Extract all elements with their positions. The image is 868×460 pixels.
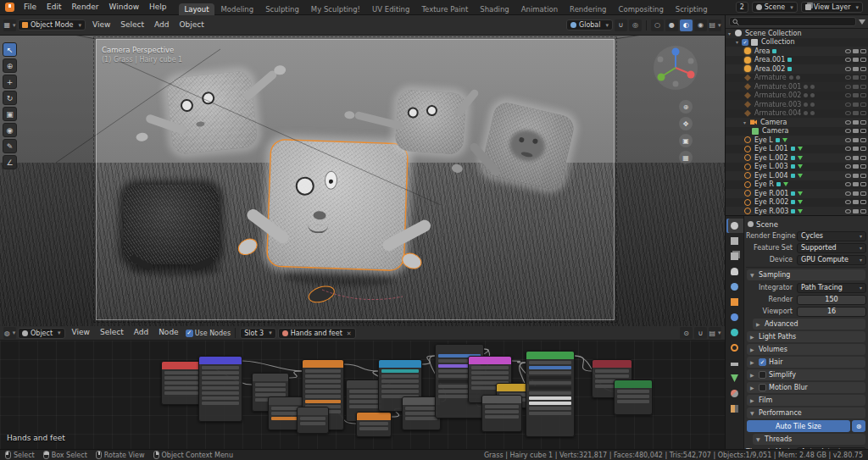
- panel-performance[interactable]: ▼Performance: [747, 407, 865, 418]
- panel-motion-blur[interactable]: ▶Motion Blur: [747, 382, 865, 393]
- outliner-item-armature-003[interactable]: Armature.003: [726, 100, 868, 109]
- workspace-tab-uv-editing[interactable]: UV Editing: [366, 3, 415, 15]
- outliner-scene-collection[interactable]: ▾Scene Collection: [726, 29, 868, 38]
- disable-viewport-toggle-icon[interactable]: [860, 120, 866, 125]
- editor-type-icon[interactable]: ◍: [3, 327, 16, 339]
- disable-viewport-toggle-icon[interactable]: [860, 111, 866, 115]
- properties-tab-object-data[interactable]: [726, 371, 743, 385]
- outliner-item-armature-002[interactable]: Armature.002: [726, 91, 868, 101]
- shader-node-graph[interactable]: Hands and feet: [0, 341, 725, 449]
- outliner-item-armature[interactable]: Armature: [726, 74, 868, 83]
- hide-eye-toggle-icon[interactable]: [845, 58, 851, 62]
- snap-magnet-icon[interactable]: ∪: [615, 19, 627, 31]
- hide-eye-toggle-icon[interactable]: [845, 200, 851, 204]
- workspace-tab-sculpting[interactable]: Sculpting: [259, 3, 305, 15]
- panel-light-paths[interactable]: ▶Light Paths: [747, 331, 865, 342]
- outliner-item-camera[interactable]: Camera: [726, 127, 868, 136]
- workspace-tab-rendering[interactable]: Rendering: [564, 3, 612, 15]
- shading-wireframe-icon[interactable]: ○: [651, 19, 664, 31]
- node-menu-node[interactable]: Node: [153, 325, 184, 341]
- panel-advanced[interactable]: ▶Advanced: [753, 319, 865, 330]
- disable-render-toggle-icon[interactable]: [853, 67, 859, 71]
- menu-render[interactable]: Render: [67, 0, 104, 15]
- viewport-field[interactable]: 16: [797, 307, 866, 317]
- disable-render-toggle-icon[interactable]: [853, 93, 859, 97]
- viewport-3d[interactable]: Camera Perspective (1) Grass | Hairy cub…: [0, 36, 725, 326]
- panel-film[interactable]: ▶Film: [747, 395, 865, 406]
- hide-eye-toggle-icon[interactable]: [845, 49, 851, 53]
- tool-annotate[interactable]: ✎: [3, 139, 17, 153]
- disable-viewport-toggle-icon[interactable]: [860, 58, 866, 62]
- render-field[interactable]: 150: [797, 295, 866, 305]
- menu-edit[interactable]: Edit: [42, 0, 66, 15]
- panel-sampling[interactable]: ▼Sampling: [747, 269, 865, 280]
- outliner-item-armature-001[interactable]: Armature.001: [726, 82, 868, 91]
- pin-icon[interactable]: ⊙: [680, 327, 693, 339]
- outliner-search-input[interactable]: [729, 17, 856, 26]
- viewport-menu-add[interactable]: Add: [149, 18, 174, 33]
- disable-viewport-toggle-icon[interactable]: [860, 138, 866, 142]
- pan-hand-icon[interactable]: ✥: [679, 117, 693, 130]
- hide-eye-toggle-icon[interactable]: [845, 147, 851, 151]
- shader-node-5[interactable]: [297, 407, 329, 434]
- properties-tab-texture[interactable]: [726, 402, 743, 416]
- disable-render-toggle-icon[interactable]: [853, 200, 859, 204]
- hide-eye-toggle-icon[interactable]: [845, 120, 851, 125]
- view-layer-selector[interactable]: View Layer: [801, 2, 863, 13]
- outliner-item-eye-l-001[interactable]: Eye L.001: [726, 145, 868, 154]
- zoom-icon[interactable]: ⊕: [679, 100, 693, 114]
- disable-viewport-toggle-icon[interactable]: [860, 75, 866, 80]
- workspace-tab-compositing[interactable]: Compositing: [613, 3, 670, 15]
- hide-eye-toggle-icon[interactable]: [845, 129, 851, 133]
- disable-viewport-toggle-icon[interactable]: [860, 85, 866, 89]
- tool-scale[interactable]: ▣: [3, 107, 17, 121]
- integrator-dropdown[interactable]: Path Tracing: [797, 283, 866, 293]
- outliner-item-eye-r-001[interactable]: Eye R.001: [726, 189, 868, 198]
- blender-logo-icon[interactable]: [5, 3, 14, 12]
- disable-viewport-toggle-icon[interactable]: [860, 164, 866, 169]
- disable-render-toggle-icon[interactable]: [853, 209, 859, 213]
- scene-users-count[interactable]: 2: [736, 2, 748, 13]
- node-menu-view[interactable]: View: [67, 325, 95, 341]
- disable-viewport-toggle-icon[interactable]: [860, 209, 866, 213]
- hide-eye-toggle-icon[interactable]: [845, 85, 851, 89]
- proportional-editing-icon[interactable]: ◎: [629, 19, 642, 31]
- camera-frame[interactable]: [96, 39, 615, 320]
- outliner-item-eye-l-004[interactable]: Eye L.004: [726, 171, 868, 180]
- properties-tab-object[interactable]: [726, 295, 743, 309]
- outliner-item-eye-r-002[interactable]: Eye R.002: [726, 198, 868, 208]
- disable-viewport-toggle-icon[interactable]: [860, 67, 866, 71]
- shader-node-7[interactable]: [356, 412, 392, 437]
- disable-render-toggle-icon[interactable]: [853, 164, 859, 169]
- shader-node-14[interactable]: [526, 351, 575, 437]
- hide-eye-toggle-icon[interactable]: [845, 75, 851, 80]
- shader-node-1[interactable]: [198, 356, 242, 422]
- panel-threads[interactable]: ▼Threads: [753, 434, 865, 445]
- workspace-tab-scripting[interactable]: Scripting: [670, 3, 714, 15]
- outliner-item-eye-r-003[interactable]: Eye R.003: [726, 207, 868, 216]
- shader-node-16[interactable]: [614, 380, 653, 415]
- menu-help[interactable]: Help: [144, 0, 172, 15]
- hide-eye-toggle-icon[interactable]: [845, 156, 851, 160]
- shading-material-icon[interactable]: ◐: [680, 19, 693, 31]
- panel-volumes[interactable]: ▶Volumes: [747, 344, 865, 355]
- outliner-item-area[interactable]: Area: [726, 47, 868, 56]
- disable-render-toggle-icon[interactable]: [853, 49, 859, 53]
- outliner-item-eye-l[interactable]: Eye L: [726, 136, 868, 145]
- shading-rendered-icon[interactable]: ◉: [694, 19, 707, 31]
- unlink-material-icon[interactable]: [345, 330, 352, 337]
- workspace-tab-animation[interactable]: Animation: [515, 3, 564, 15]
- properties-tab-material[interactable]: [726, 386, 743, 401]
- shading-solid-icon[interactable]: ●: [665, 19, 678, 31]
- tool-move[interactable]: +: [3, 75, 17, 89]
- device-dropdown[interactable]: GPU Compute: [797, 255, 866, 265]
- editor-options-icon[interactable]: ▤: [709, 327, 721, 339]
- panel-hair[interactable]: ▶Hair: [747, 357, 865, 368]
- hide-eye-toggle-icon[interactable]: [845, 209, 851, 213]
- outliner-item-armature-004[interactable]: Armature.004: [726, 109, 868, 119]
- hide-eye-toggle-icon[interactable]: [845, 103, 851, 107]
- outliner-item-area-002[interactable]: Area.002: [726, 64, 868, 74]
- properties-tab-world[interactable]: [726, 280, 743, 294]
- hide-eye-toggle-icon[interactable]: [845, 93, 851, 97]
- disable-render-toggle-icon[interactable]: [853, 75, 859, 80]
